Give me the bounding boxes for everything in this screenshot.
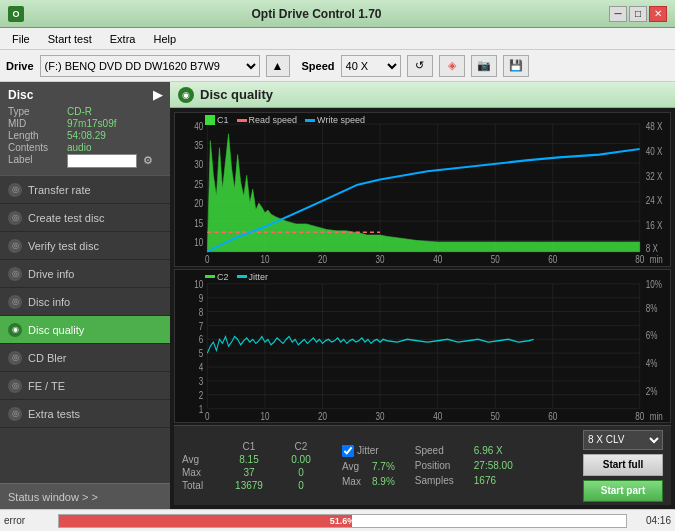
svg-text:4: 4	[199, 360, 204, 373]
menu-file[interactable]: File	[4, 31, 38, 47]
jitter-checkbox[interactable]	[342, 445, 354, 457]
disc-label-input[interactable]	[67, 154, 137, 168]
disc-quality-title: Disc quality	[200, 87, 273, 102]
max-c1-val: 37	[224, 467, 274, 478]
svg-text:min: min	[650, 409, 663, 422]
disc-info-icon: ◎	[8, 295, 22, 309]
sidebar-item-extra-tests[interactable]: ◎ Extra tests	[0, 400, 170, 428]
svg-text:20: 20	[318, 252, 327, 265]
speed-row: Speed 6.96 X	[415, 445, 513, 456]
svg-text:8: 8	[199, 305, 203, 318]
disc-mid-row: MID 97m17s09f	[8, 118, 162, 129]
sidebar-item-create-test[interactable]: ◎ Create test disc	[0, 204, 170, 232]
stats-c2-header: C2	[278, 441, 324, 452]
app-title: Opti Drive Control 1.70	[24, 7, 609, 21]
refresh-button[interactable]: ↺	[407, 55, 433, 77]
disc-type-row: Type CD-R	[8, 106, 162, 117]
disc-contents-key: Contents	[8, 142, 63, 153]
svg-text:32 X: 32 X	[646, 169, 663, 182]
disc-length-key: Length	[8, 130, 63, 141]
stats-empty-header	[182, 441, 220, 452]
close-button[interactable]: ✕	[649, 6, 667, 22]
disc-mid-val: 97m17s09f	[67, 118, 116, 129]
time-text: 04:16	[631, 515, 671, 526]
svg-text:60: 60	[548, 252, 557, 265]
main-area: Disc ▶ Type CD-R MID 97m17s09f Length 54…	[0, 82, 675, 509]
svg-text:4%: 4%	[646, 356, 658, 369]
avg-c1-val: 8.15	[224, 454, 274, 465]
statusbar: error 51.6% 04:16	[0, 509, 675, 531]
disc-type-val: CD-R	[67, 106, 92, 117]
status-window-button[interactable]: Status window > >	[0, 483, 170, 509]
svg-text:2: 2	[199, 388, 203, 401]
svg-text:40: 40	[433, 409, 442, 422]
jitter-avg-val: 7.7%	[372, 461, 395, 472]
drivebar: Drive (F:) BENQ DVD DD DW1620 B7W9 ▲ Spe…	[0, 50, 675, 82]
fe-te-icon: ◎	[8, 379, 22, 393]
label-settings-icon[interactable]: ⚙	[143, 154, 153, 168]
eraser-button[interactable]: ◈	[439, 55, 465, 77]
start-part-button[interactable]: Start part	[583, 480, 663, 502]
total-label: Total	[182, 480, 220, 491]
transfer-rate-icon: ◎	[8, 183, 22, 197]
sidebar-item-disc-info[interactable]: ◎ Disc info	[0, 288, 170, 316]
svg-text:35: 35	[194, 139, 203, 152]
jitter-label: Jitter	[357, 445, 379, 456]
svg-text:80: 80	[635, 252, 644, 265]
start-full-button[interactable]: Start full	[583, 454, 663, 476]
svg-text:6%: 6%	[646, 329, 658, 342]
sidebar-item-cd-bler[interactable]: ◎ CD Bler	[0, 344, 170, 372]
sidebar-spacer	[0, 428, 170, 483]
total-c2-val: 0	[278, 480, 324, 491]
speed-select[interactable]: 40 X	[341, 55, 401, 77]
status-text: error	[4, 515, 54, 526]
jitter-max-val: 8.9%	[372, 476, 395, 487]
disc-info-panel: Disc ▶ Type CD-R MID 97m17s09f Length 54…	[0, 82, 170, 176]
read-speed-legend-label: Read speed	[249, 115, 298, 125]
menu-extra[interactable]: Extra	[102, 31, 144, 47]
svg-text:30: 30	[376, 409, 385, 422]
sidebar-item-label: Extra tests	[28, 408, 80, 420]
sidebar-item-fe-te[interactable]: ◎ FE / TE	[0, 372, 170, 400]
sidebar-item-disc-quality[interactable]: ◉ Disc quality	[0, 316, 170, 344]
disc-contents-val: audio	[67, 142, 91, 153]
disc-quality-header: ◉ Disc quality	[170, 82, 675, 108]
eject-button[interactable]: ▲	[266, 55, 290, 77]
sidebar-item-drive-info[interactable]: ◎ Drive info	[0, 260, 170, 288]
progress-label: 51.6%	[330, 516, 356, 526]
content-area: ◉ Disc quality	[170, 82, 675, 509]
svg-text:30: 30	[194, 158, 203, 171]
save-button[interactable]: 💾	[503, 55, 529, 77]
sidebar-item-label: FE / TE	[28, 380, 65, 392]
speed-mode-select[interactable]: 8 X CLV	[583, 430, 663, 450]
minimize-button[interactable]: ─	[609, 6, 627, 22]
stats-c1-header: C1	[224, 441, 274, 452]
c2-legend-label: C2	[217, 272, 229, 282]
sidebar-item-verify-test[interactable]: ◎ Verify test disc	[0, 232, 170, 260]
sidebar-item-transfer-rate[interactable]: ◎ Transfer rate	[0, 176, 170, 204]
svg-text:8 X: 8 X	[646, 241, 659, 254]
c1-legend-label: C1	[217, 115, 229, 125]
svg-text:7: 7	[199, 319, 203, 332]
disc-label-key: Label	[8, 154, 63, 168]
maximize-button[interactable]: □	[629, 6, 647, 22]
jitter-checkbox-row: Jitter	[342, 445, 395, 457]
speed-info: Speed 6.96 X Position 27:58.00 Samples 1…	[415, 445, 513, 486]
menu-help[interactable]: Help	[145, 31, 184, 47]
svg-text:40: 40	[194, 119, 203, 132]
sidebar-item-label: Disc quality	[28, 324, 84, 336]
read-speed-legend-box	[237, 119, 247, 122]
svg-text:80: 80	[635, 409, 644, 422]
drive-select[interactable]: (F:) BENQ DVD DD DW1620 B7W9	[40, 55, 260, 77]
disc-quality-icon: ◉	[8, 323, 22, 337]
svg-text:40 X: 40 X	[646, 144, 663, 157]
svg-text:40: 40	[433, 252, 442, 265]
jitter-legend-box	[237, 275, 247, 278]
camera-button[interactable]: 📷	[471, 55, 497, 77]
menu-start-test[interactable]: Start test	[40, 31, 100, 47]
titlebar-left: O	[8, 6, 24, 22]
svg-text:10: 10	[260, 252, 269, 265]
samples-row: Samples 1676	[415, 475, 513, 486]
progress-bar: 51.6%	[58, 514, 627, 528]
disc-arrow-icon[interactable]: ▶	[153, 88, 162, 102]
